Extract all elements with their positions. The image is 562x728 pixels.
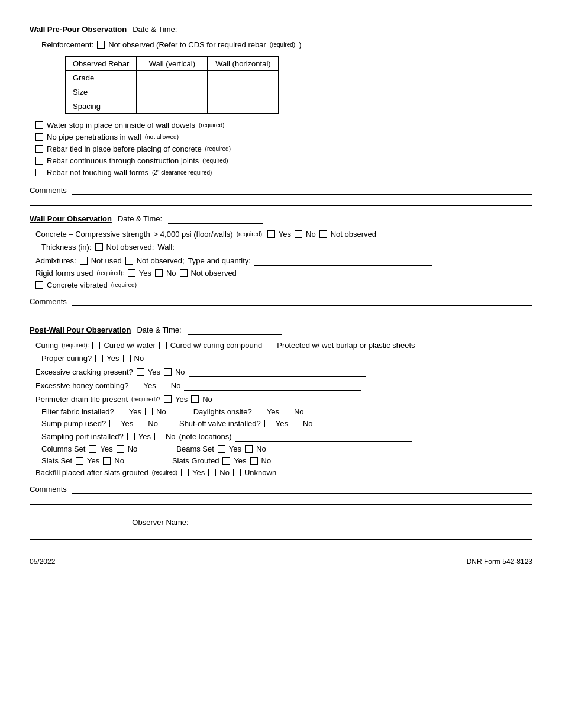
rigid-yes: Yes (139, 269, 151, 278)
rebar-grade-vertical[interactable] (137, 71, 208, 85)
checkbox-proper-yes[interactable] (95, 355, 103, 362)
checkbox-rebar-not-touching[interactable] (35, 169, 43, 176)
type-qty-field[interactable] (254, 255, 432, 266)
honey-no: No (171, 381, 181, 390)
cracking-field[interactable] (189, 366, 366, 377)
rebar-spacing-vertical[interactable] (137, 99, 208, 114)
no-pipe-label: No pipe penetrations in wall (47, 133, 141, 141)
close-paren: ) (299, 40, 301, 49)
checkbox-cured-compound[interactable] (159, 342, 167, 349)
checklist-item-2: No pipe penetrations in wall (not allowe… (35, 133, 532, 141)
comments-label-2: Comments (30, 297, 67, 306)
checkbox-not-observed-adm[interactable] (125, 257, 133, 265)
rebar-size-horizontal[interactable] (208, 85, 279, 99)
sump-yes: Yes (121, 419, 133, 428)
checkbox-shutoff-yes[interactable] (264, 420, 272, 427)
checkbox-protected-burlap[interactable] (266, 342, 273, 349)
rebar-spacing-label: Spacing (66, 99, 137, 114)
checkbox-water-stop[interactable] (35, 121, 43, 129)
cracking-no: No (175, 368, 185, 376)
checkbox-proper-no[interactable] (123, 355, 131, 362)
date-time-field-1[interactable] (183, 24, 277, 34)
type-qty-label: Type and quantity: (188, 256, 251, 265)
checkbox-compressive-not-observed[interactable] (319, 230, 327, 238)
columns-no: No (128, 444, 138, 453)
checkbox-sampling-yes[interactable] (127, 433, 135, 440)
compressive-required: (required): (237, 231, 264, 237)
sampling-field[interactable] (235, 431, 412, 442)
observer-name-field[interactable] (193, 517, 430, 527)
checkbox-backfill-no[interactable] (208, 469, 216, 476)
checkbox-no-pipe[interactable] (35, 133, 43, 141)
checkbox-thickness-not-observed[interactable] (95, 243, 103, 251)
checkbox-slats-set-no[interactable] (103, 457, 111, 465)
filter-yes: Yes (129, 407, 141, 416)
checkbox-rigid-yes[interactable] (128, 269, 135, 277)
checkbox-columns-yes[interactable] (89, 445, 96, 453)
rebar-size-label: Size (66, 85, 137, 99)
checkbox-concrete-vibrated[interactable] (35, 281, 43, 289)
checkbox-not-used[interactable] (80, 257, 88, 265)
perimeter-field[interactable] (216, 394, 393, 404)
checkbox-perimeter-yes[interactable] (164, 395, 172, 403)
checkbox-perimeter-no[interactable] (191, 395, 199, 403)
checkbox-slats-grouted-yes[interactable] (222, 457, 230, 465)
checkbox-rebar-tied[interactable] (35, 145, 43, 153)
sump-pump-label: Sump pump used? (41, 419, 106, 428)
checkbox-daylights-no[interactable] (283, 408, 290, 415)
checkbox-beams-yes[interactable] (218, 445, 225, 453)
beams-yes: Yes (229, 444, 241, 453)
checkbox-sampling-no[interactable] (154, 433, 162, 440)
date-time-field-2[interactable] (168, 213, 263, 224)
checkbox-filter-no[interactable] (145, 408, 153, 415)
checkbox-backfill-yes[interactable] (181, 469, 189, 476)
checkbox-cracking-no[interactable] (164, 368, 172, 376)
comments-field-1[interactable] (72, 183, 532, 195)
checkbox-slats-set-yes[interactable] (76, 457, 83, 465)
daylights-yes: Yes (267, 407, 279, 416)
checkbox-rigid-not-observed[interactable] (180, 269, 188, 277)
checkbox-cured-water[interactable] (92, 342, 100, 349)
honey-field[interactable] (184, 380, 361, 391)
compressive-note: > 4,000 psi (floor/walls) (154, 230, 233, 239)
checkbox-honey-no[interactable] (160, 382, 167, 389)
checkbox-sump-yes[interactable] (109, 420, 117, 427)
compressive-no: No (306, 230, 316, 239)
checkbox-slats-grouted-no[interactable] (250, 457, 258, 465)
rebar-grade-horizontal[interactable] (208, 71, 279, 85)
checkbox-shutoff-no[interactable] (292, 420, 299, 427)
wall-field[interactable] (178, 241, 237, 252)
checkbox-compressive-no[interactable] (295, 230, 302, 238)
observer-section: Observer Name: (30, 517, 532, 527)
comments-field-3[interactable] (72, 482, 532, 494)
rebar-size-vertical[interactable] (137, 85, 208, 99)
checklist-item-3: Rebar tied in place before placing of co… (35, 144, 532, 153)
rebar-spacing-horizontal[interactable] (208, 99, 279, 114)
slats-set-yes: Yes (87, 456, 99, 465)
checkbox-backfill-unknown[interactable] (233, 469, 241, 476)
reinforcement-checkbox[interactable] (97, 41, 105, 49)
checkbox-compressive-yes[interactable] (267, 230, 275, 238)
wall-pour-section: Wall Pour Observation Date & Time: Concr… (30, 213, 532, 306)
sampling-no: No (166, 432, 176, 441)
proper-curing-field[interactable] (147, 353, 325, 363)
checkbox-beams-no[interactable] (245, 445, 253, 453)
checkbox-filter-yes[interactable] (118, 408, 125, 415)
checkbox-honey-yes[interactable] (133, 382, 140, 389)
rebar-tied-label: Rebar tied in place before placing of co… (47, 144, 202, 153)
date-time-field-3[interactable] (188, 324, 282, 335)
honey-combing-label: Excessive honey combing? (35, 381, 129, 390)
checkbox-sump-no[interactable] (137, 420, 144, 427)
beams-no: No (256, 444, 266, 453)
required-rebar-label: (required) (270, 41, 295, 48)
observer-label: Observer Name: (132, 518, 188, 527)
checkbox-daylights-yes[interactable] (256, 408, 263, 415)
shutoff-no: No (303, 419, 313, 428)
checkbox-rigid-no[interactable] (155, 269, 163, 277)
no-pipe-note: (not allowed) (145, 134, 179, 140)
checkbox-rebar-continuous[interactable] (35, 157, 43, 165)
checkbox-cracking-yes[interactable] (137, 368, 144, 376)
checkbox-columns-no[interactable] (117, 445, 124, 453)
concrete-vibrated-label: Concrete vibrated (47, 281, 108, 289)
comments-field-2[interactable] (72, 294, 532, 306)
